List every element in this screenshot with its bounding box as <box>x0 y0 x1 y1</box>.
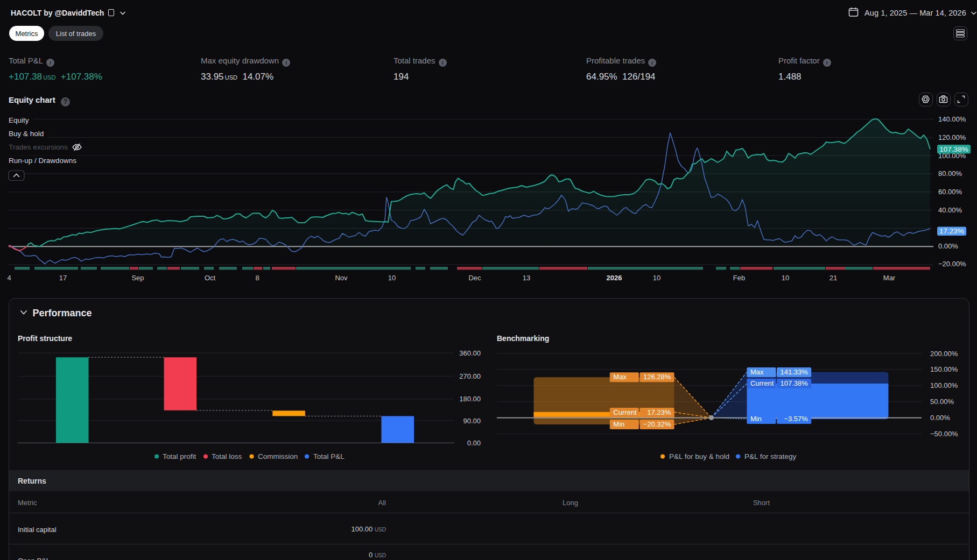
svg-text:Buy & hold: Buy & hold <box>9 130 44 138</box>
svg-text:17: 17 <box>59 274 67 282</box>
svg-text:Total profit: Total profit <box>163 452 196 460</box>
svg-text:40.00%: 40.00% <box>938 206 962 214</box>
svg-text:Nov: Nov <box>335 274 348 282</box>
svg-text:P&L for strategy: P&L for strategy <box>744 452 797 460</box>
svg-text:10: 10 <box>388 274 396 282</box>
svg-text:360.00: 360.00 <box>459 349 481 357</box>
svg-text:Dec: Dec <box>468 274 481 282</box>
svg-text:80.00%: 80.00% <box>938 169 962 178</box>
svg-text:140.00%: 140.00% <box>938 115 966 123</box>
svg-text:10: 10 <box>653 274 660 282</box>
svg-text:Current: Current <box>613 408 637 416</box>
svg-text:Commission: Commission <box>258 452 298 460</box>
svg-text:Total P&L: Total P&L <box>313 452 345 460</box>
svg-text:90.00: 90.00 <box>463 417 481 425</box>
svg-text:−50.00%: −50.00% <box>930 430 958 438</box>
svg-text:21: 21 <box>830 274 837 282</box>
svg-text:60.00%: 60.00% <box>938 188 962 196</box>
svg-text:100.00%: 100.00% <box>930 381 958 389</box>
svg-text:13: 13 <box>523 274 530 282</box>
svg-text:Total loss: Total loss <box>212 452 242 460</box>
svg-text:−20.32%: −20.32% <box>643 420 671 428</box>
svg-text:Min: Min <box>613 420 624 428</box>
svg-text:17.23%: 17.23% <box>647 408 671 416</box>
svg-text:−3.57%: −3.57% <box>784 415 808 423</box>
svg-text:50.00%: 50.00% <box>930 398 954 406</box>
svg-text:4: 4 <box>7 274 11 282</box>
svg-text:0.00%: 0.00% <box>930 414 950 422</box>
svg-text:Run-up / Drawdowns: Run-up / Drawdowns <box>9 157 76 165</box>
svg-text:270.00: 270.00 <box>459 372 481 380</box>
svg-text:120.00%: 120.00% <box>938 133 966 141</box>
svg-text:17.23%: 17.23% <box>939 227 964 235</box>
svg-text:Sep: Sep <box>131 274 144 282</box>
svg-text:Max: Max <box>613 373 627 381</box>
svg-text:200.00%: 200.00% <box>930 350 958 358</box>
svg-text:Feb: Feb <box>733 274 745 282</box>
svg-text:0.00: 0.00 <box>467 439 481 447</box>
svg-text:Trades excursions: Trades excursions <box>9 143 68 151</box>
svg-text:8: 8 <box>255 274 259 282</box>
svg-text:180.00: 180.00 <box>459 395 481 403</box>
svg-text:Equity: Equity <box>9 116 29 124</box>
svg-text:107.38%: 107.38% <box>781 379 809 387</box>
svg-text:150.00%: 150.00% <box>930 365 958 373</box>
svg-text:107.38%: 107.38% <box>939 145 968 153</box>
svg-text:P&L for buy & hold: P&L for buy & hold <box>669 452 729 460</box>
svg-text:0.00%: 0.00% <box>938 242 958 250</box>
svg-text:−20.00%: −20.00% <box>938 260 966 268</box>
svg-text:141.33%: 141.33% <box>781 368 809 376</box>
svg-text:2026: 2026 <box>607 274 622 282</box>
svg-text:Mar: Mar <box>883 274 896 282</box>
svg-text:126.28%: 126.28% <box>643 373 671 381</box>
svg-text:Oct: Oct <box>205 274 216 282</box>
svg-text:10: 10 <box>782 274 789 282</box>
svg-text:Current: Current <box>750 379 774 387</box>
svg-text:Min: Min <box>750 415 762 423</box>
svg-text:Max: Max <box>750 368 764 376</box>
